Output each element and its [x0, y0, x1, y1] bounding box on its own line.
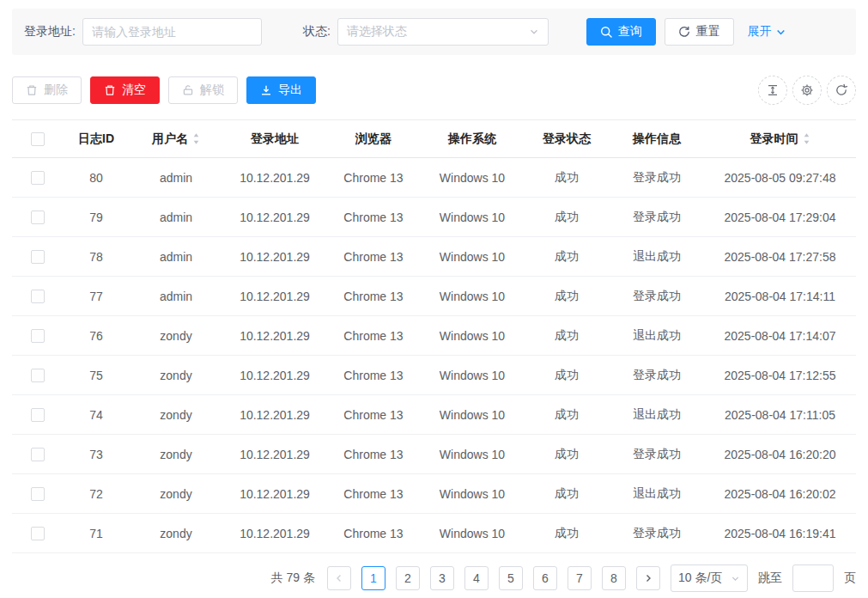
row-checkbox-cell: [12, 514, 64, 553]
cell-time: 2025-08-04 16:19:41: [704, 514, 856, 553]
row-checkbox[interactable]: [31, 250, 45, 264]
status-select[interactable]: 请选择状态: [337, 18, 549, 46]
table-row: 77 admin 10.12.201.29 Chrome 13 Windows …: [12, 277, 856, 316]
table-row: 79 admin 10.12.201.29 Chrome 13 Windows …: [12, 198, 856, 237]
row-checkbox-cell: [12, 395, 64, 435]
cell-os: Windows 10: [421, 158, 524, 198]
address-input[interactable]: [82, 18, 262, 46]
delete-button[interactable]: 删除: [12, 76, 82, 104]
row-checkbox[interactable]: [31, 487, 45, 501]
cell-log-id: 72: [64, 474, 129, 514]
chevron-down-icon: [775, 27, 786, 38]
column-header-time[interactable]: 登录时间: [704, 120, 856, 158]
table-row: 72 zondy 10.12.201.29 Chrome 13 Windows …: [12, 474, 856, 514]
column-header-info: 操作信息: [610, 120, 704, 158]
page-button-5[interactable]: 5: [499, 566, 523, 590]
sort-icon[interactable]: [803, 132, 810, 145]
page-button-6[interactable]: 6: [533, 566, 557, 590]
row-checkbox[interactable]: [31, 408, 45, 422]
page-button-2[interactable]: 2: [396, 566, 420, 590]
login-log-table: 日志ID 用户名 登录地址 浏览器 操作系统 登录状态 操作信息 登录时间 80…: [12, 119, 856, 553]
cell-address: 10.12.201.29: [223, 514, 326, 553]
cell-browser: Chrome 13: [326, 356, 421, 395]
cell-address: 10.12.201.29: [223, 158, 326, 198]
expand-link[interactable]: 展开: [748, 24, 786, 40]
page-button-8[interactable]: 8: [602, 566, 626, 590]
jump-to-label: 跳至: [758, 571, 782, 586]
cell-time: 2025-08-04 16:20:02: [704, 474, 856, 514]
address-label: 登录地址:: [24, 24, 76, 40]
cell-info: 退出成功: [610, 395, 704, 435]
search-button[interactable]: 查询: [586, 18, 656, 46]
redo-icon: [678, 26, 690, 38]
cell-os: Windows 10: [421, 277, 524, 316]
table-row: 75 zondy 10.12.201.29 Chrome 13 Windows …: [12, 356, 856, 395]
row-height-button[interactable]: [758, 76, 787, 105]
jump-page-input[interactable]: [792, 564, 834, 592]
row-checkbox-cell: [12, 316, 64, 356]
cell-log-id: 71: [64, 514, 129, 553]
cell-status: 成功: [524, 237, 610, 277]
refresh-icon: [835, 83, 848, 97]
cell-time: 2025-08-04 17:27:58: [704, 237, 856, 277]
pagination: 共 79 条 12345678 10 条/页 跳至 页: [12, 564, 856, 592]
row-checkbox-cell: [12, 356, 64, 395]
cell-username: admin: [129, 277, 223, 316]
page-button-1[interactable]: 1: [361, 566, 385, 590]
cell-address: 10.12.201.29: [223, 198, 326, 237]
column-header-status: 登录状态: [524, 120, 610, 158]
cell-address: 10.12.201.29: [223, 277, 326, 316]
cell-address: 10.12.201.29: [223, 356, 326, 395]
row-checkbox[interactable]: [31, 527, 45, 540]
row-checkbox[interactable]: [31, 329, 45, 343]
cell-os: Windows 10: [421, 356, 524, 395]
column-header-label: 日志ID: [78, 131, 114, 147]
column-header-label: 用户名: [152, 131, 188, 147]
refresh-button[interactable]: [827, 76, 856, 105]
total-count: 共 79 条: [271, 571, 315, 586]
reset-button-label: 重置: [696, 24, 720, 40]
row-checkbox-cell: [12, 198, 64, 237]
page-button-7[interactable]: 7: [568, 566, 592, 590]
column-header-username[interactable]: 用户名: [129, 120, 223, 158]
row-checkbox[interactable]: [31, 448, 45, 461]
clear-button[interactable]: 清空: [90, 76, 160, 104]
status-select-placeholder: 请选择状态: [347, 24, 407, 40]
page-size-value: 10 条/页: [678, 571, 722, 586]
row-checkbox[interactable]: [31, 290, 45, 303]
row-checkbox-cell: [12, 474, 64, 514]
page-list: 12345678: [361, 566, 626, 590]
row-checkbox[interactable]: [31, 171, 45, 185]
delete-button-label: 删除: [44, 82, 68, 98]
unlock-button[interactable]: 解锁: [168, 76, 238, 104]
reset-button[interactable]: 重置: [665, 18, 734, 46]
cell-info: 登录成功: [610, 514, 704, 553]
cell-browser: Chrome 13: [326, 435, 421, 474]
table-tools: [753, 76, 856, 105]
select-all-checkbox[interactable]: [31, 132, 45, 146]
header-checkbox-cell: [12, 120, 64, 158]
page-size-select[interactable]: 10 条/页: [671, 564, 748, 592]
page-button-3[interactable]: 3: [430, 566, 454, 590]
cell-os: Windows 10: [421, 395, 524, 435]
cell-status: 成功: [524, 356, 610, 395]
page-button-4[interactable]: 4: [464, 566, 489, 590]
cell-time: 2025-08-05 09:27:48: [704, 158, 856, 198]
cell-status: 成功: [524, 514, 610, 553]
export-button[interactable]: 导出: [246, 76, 316, 104]
cell-os: Windows 10: [421, 316, 524, 356]
sort-icon[interactable]: [192, 132, 200, 145]
settings-button[interactable]: [792, 76, 822, 105]
unlock-icon: [182, 84, 194, 96]
cell-status: 成功: [524, 395, 610, 435]
toolbar: 删除 清空 解锁 导出: [12, 76, 856, 105]
cell-info: 退出成功: [610, 237, 704, 277]
prev-page-button[interactable]: [327, 566, 351, 590]
row-checkbox[interactable]: [31, 369, 45, 382]
table-row: 71 zondy 10.12.201.29 Chrome 13 Windows …: [12, 514, 856, 553]
next-page-button[interactable]: [636, 566, 660, 590]
cell-browser: Chrome 13: [326, 474, 421, 514]
row-checkbox[interactable]: [31, 211, 45, 224]
cell-log-id: 77: [64, 277, 129, 316]
cell-browser: Chrome 13: [326, 316, 421, 356]
